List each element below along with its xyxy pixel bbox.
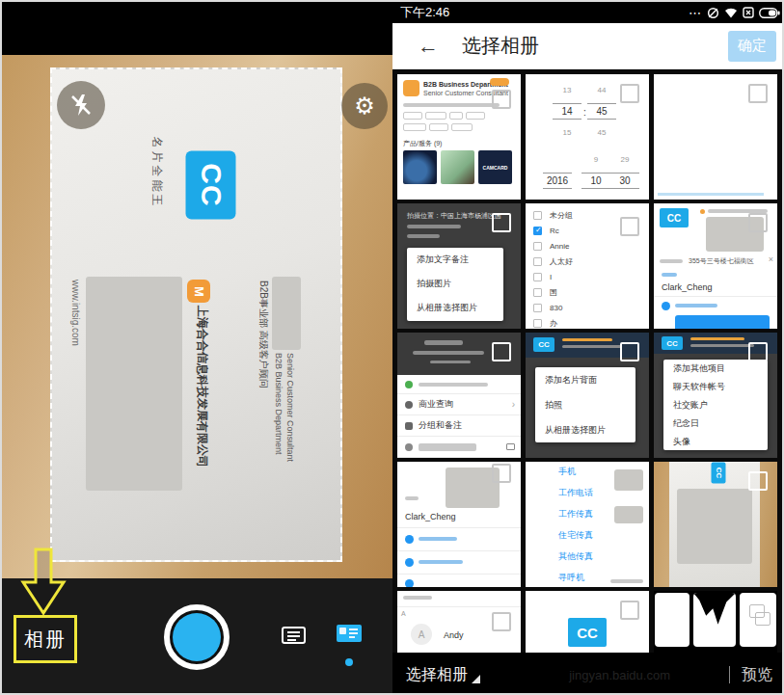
tag-chip [451, 123, 473, 131]
thumb-photo-note-popup[interactable]: 拍摄位置：中国上海市杨浦区国 添加文字备注 拍摄图片 从相册选择图片 [397, 203, 521, 329]
thumb-checkbox[interactable] [620, 601, 639, 620]
contact-name: Clark_Cheng [405, 512, 456, 521]
index-letter: A [401, 610, 406, 617]
battery-icon [759, 8, 780, 18]
camcard-logo-small: CC [662, 336, 683, 350]
thumb-cc-splash[interactable]: CC [526, 591, 649, 653]
album-button-label: 相册 [24, 627, 67, 653]
intsig-m-logo-text: M [192, 286, 206, 297]
profile-logo [403, 80, 419, 96]
thumb-checkbox[interactable] [748, 342, 768, 361]
picker-value-selected: 45 [587, 103, 616, 120]
message-icon [506, 443, 515, 450]
album-button[interactable]: 相册 [14, 615, 77, 663]
tag-chip [403, 112, 422, 120]
group-label: 国 [550, 287, 557, 298]
menu-item: 纪念日 [663, 414, 768, 433]
item-checkbox [533, 319, 542, 328]
thumb-other-items-popup[interactable]: CC 添加其他项目 聊天软件帐号 社交账户 纪念日 头像 [654, 333, 777, 458]
batch-capture-mode-button[interactable] [282, 627, 306, 644]
settings-button[interactable]: ⚙ [341, 83, 388, 129]
group-label: 人太好 [550, 256, 573, 267]
single-card-mode-button[interactable] [337, 625, 362, 642]
redacted-contact-blur [86, 277, 182, 491]
thumb-checkbox[interactable] [620, 342, 639, 361]
back-button[interactable]: ← [418, 34, 439, 59]
thumb-checkbox[interactable] [492, 612, 511, 631]
context-menu: 添加其他项目 聊天软件帐号 社交账户 纪念日 头像 [663, 360, 768, 450]
intsig-m-logo: M [187, 280, 210, 303]
album-selector-dropdown[interactable]: 选择相册 [406, 665, 480, 685]
thumb-checkbox[interactable] [620, 84, 639, 103]
picker-value: 9 [581, 155, 610, 164]
more-notifications-icon: ⋯ [689, 6, 702, 20]
item-checkbox [533, 257, 542, 266]
thumb-datetime-picker[interactable]: 13 44 14 : 45 15 45 9 29 2016 10 30 [526, 74, 649, 200]
profile-badge [490, 78, 509, 86]
thumb-card-photo[interactable]: CC [654, 462, 777, 587]
camcard-logo-small: CC [712, 463, 726, 484]
thumb-checkbox[interactable] [492, 90, 511, 109]
field-label-bar [405, 496, 419, 500]
blur-bar [403, 103, 500, 107]
scan-thumb-blob [693, 593, 736, 647]
thumb-contact-edit[interactable]: Clark_Cheng [397, 462, 521, 587]
thumb-card-back-popup[interactable]: CC 添加名片背面 拍照 从相册选择图片 [526, 333, 649, 458]
blur-bar [407, 225, 461, 228]
batch-icon-line [287, 635, 300, 637]
add-field-bar [675, 304, 717, 307]
thumb-checkbox[interactable] [620, 217, 639, 236]
thumb-checkbox[interactable] [748, 213, 768, 232]
thumb-checkbox[interactable] [492, 342, 511, 361]
blur-bar [419, 443, 476, 451]
thumb-contact-card[interactable]: CC 355号三号楼七福街区 × Clark_Cheng [654, 203, 777, 329]
menu-item: 聊天软件帐号 [663, 378, 768, 396]
product-thumb-green [441, 150, 474, 184]
batch-icon-line [287, 631, 300, 633]
thumb-checkbox[interactable] [748, 84, 768, 103]
thumb-blank-page[interactable] [654, 74, 777, 200]
card-mode-icon-line [349, 632, 358, 634]
thumb-group-list[interactable]: 未分组 Rc Annie 人太好 I 国 830 办 [526, 203, 649, 329]
thumb-bw-scans[interactable] [654, 591, 777, 653]
annotation-arrow-down [17, 548, 73, 619]
group-label: I [550, 273, 552, 281]
blur-bar [413, 351, 484, 355]
thumb-app-profile[interactable]: B2B Business Department Senior Customer … [397, 74, 521, 200]
product-thumb-earth [403, 150, 437, 184]
divider [397, 606, 521, 607]
camera-screen: 名片全能王 CC B2B事业部 高级客户顾问 Senior Customer C… [2, 2, 392, 695]
primary-button [675, 315, 770, 329]
menu-item: 社交账户 [663, 396, 768, 414]
gear-icon: ⚙ [354, 94, 375, 118]
card-mode-icon-line [349, 628, 358, 630]
picker-value-selected: 10 [581, 173, 610, 189]
phone-type: 手机 [558, 466, 593, 478]
picker-value: 29 [610, 155, 639, 164]
thumb-phone-type-list[interactable]: 手机 工作电话 工作传真 住宅传真 其他传真 寻呼机 其他 [526, 462, 649, 587]
thumb-checkbox[interactable] [492, 213, 511, 232]
blur-bar [562, 345, 622, 348]
camcard-logo: CC [568, 618, 607, 647]
thumb-contacts-list[interactable]: A A Andy [397, 591, 521, 653]
contact-name: Andy [444, 630, 464, 640]
blur-bar [660, 259, 683, 263]
watermark-text: jingyan.baidu.com [569, 668, 670, 682]
tag-chip [425, 112, 446, 120]
preview-button[interactable]: 预览 [742, 665, 772, 685]
contact-name: Clark_Cheng [662, 282, 713, 292]
progress-line [658, 193, 764, 196]
context-menu: 添加名片背面 拍照 从相册选择图片 [535, 367, 635, 442]
flash-off-button[interactable] [57, 81, 105, 129]
shutter-button[interactable] [164, 604, 230, 670]
blur-bar [424, 340, 463, 345]
thumb-checkbox[interactable] [748, 471, 768, 491]
item-checkbox-checked [533, 227, 542, 235]
thumb-contact-detail[interactable]: 商业查询 › 分组和备注 [397, 333, 521, 458]
menu-item: 从相册选择图片 [407, 296, 503, 320]
thumb-checkbox[interactable] [492, 464, 511, 483]
camcard-logo-text: CC [195, 163, 228, 206]
item-checkbox [533, 304, 542, 312]
confirm-button[interactable]: 确定 [728, 31, 776, 62]
redacted-blur [677, 489, 752, 564]
